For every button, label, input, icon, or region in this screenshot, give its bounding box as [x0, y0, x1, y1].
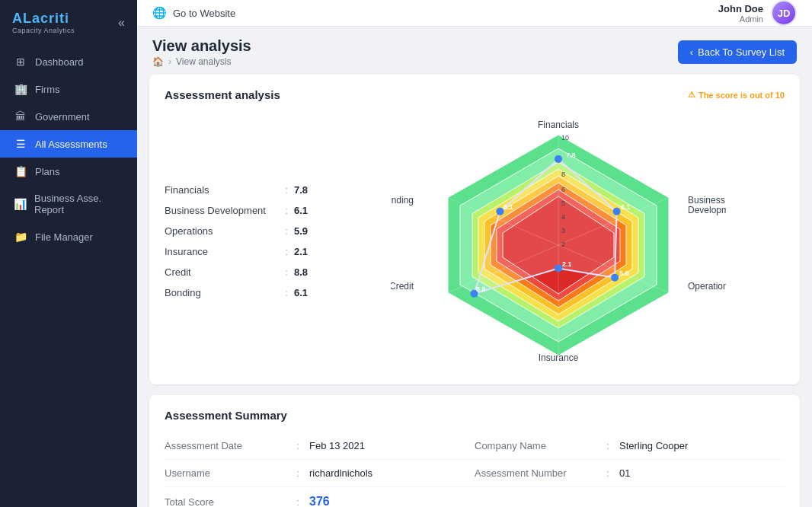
business-report-icon: 📊 — [14, 198, 27, 210]
sidebar-item-label: Business Asse. Report — [34, 193, 123, 215]
summary-grid: Assessment Date : Feb 13 2021 Company Na… — [165, 432, 785, 507]
website-link[interactable]: Go to Website — [173, 8, 235, 19]
sidebar-item-label: Dashboard — [35, 56, 84, 68]
value-credit: 8.8 — [476, 285, 486, 293]
radar-chart: Financials Business Development Operatio… — [391, 116, 726, 367]
user-name: John Doe — [718, 3, 763, 14]
analysis-layout: Financials : 7.8 Business Development : … — [165, 112, 785, 371]
score-note: ⚠ The score is out of 10 — [688, 90, 785, 100]
all-assessments-icon: ☰ — [14, 138, 27, 150]
page-header: View analysis 🏠 › View analysis ‹ Back T… — [137, 27, 812, 75]
topbar: 🌐 Go to Website John Doe Admin JD — [137, 0, 812, 27]
logo-sub: Capacity Analytics — [12, 27, 75, 34]
user-role: Admin — [718, 14, 763, 24]
summary-company-name: Company Name : Sterling Cooper — [475, 432, 785, 460]
page-title: View analysis — [152, 37, 251, 55]
scale-4: 4 — [561, 213, 565, 221]
sidebar-nav: ⊞ Dashboard 🏢 Firms 🏛 Government ☰ All A… — [0, 42, 137, 507]
metric-insurance: Insurance : 2.1 — [165, 241, 317, 262]
summary-assessment-date: Assessment Date : Feb 13 2021 — [165, 432, 475, 460]
sidebar-item-label: Plans — [35, 166, 60, 177]
scale-5: 5 — [561, 199, 565, 207]
topbar-right: John Doe Admin JD — [718, 0, 797, 26]
label-business-dev: Business — [688, 195, 725, 206]
firms-icon: 🏢 — [14, 83, 27, 95]
value-business-dev: 6.1 — [621, 203, 631, 211]
summary-card-title: Assessment Summary — [165, 409, 785, 422]
label-operations: Operations — [688, 281, 726, 292]
file-manager-icon: 📁 — [14, 231, 27, 243]
breadcrumb-current: View analysis — [176, 56, 231, 67]
sidebar-item-file-manager[interactable]: 📁 File Manager — [0, 223, 137, 250]
scale-3: 3 — [561, 227, 565, 234]
logo-text: ALacriti Capacity Analytics — [12, 11, 75, 34]
point-insurance — [555, 265, 562, 273]
page-header-left: View analysis 🏠 › View analysis — [152, 37, 251, 67]
topbar-left: 🌐 Go to Website — [152, 6, 235, 20]
point-business-dev — [613, 208, 621, 215]
metric-operations: Operations : 5.9 — [165, 221, 317, 241]
metric-business-dev: Business Development : 6.1 — [165, 200, 317, 221]
value-insurance: 2.1 — [562, 260, 572, 268]
assessment-analysis-card: Assessment analysis ⚠ The score is out o… — [149, 75, 800, 384]
plans-icon: 📋 — [14, 165, 27, 177]
back-to-survey-button[interactable]: ‹ Back To Survey List — [678, 40, 797, 64]
sidebar-item-dashboard[interactable]: ⊞ Dashboard — [0, 48, 137, 75]
card-title: Assessment analysis ⚠ The score is out o… — [165, 88, 785, 101]
label-business-dev2: Development — [688, 205, 726, 215]
sidebar-item-label: File Manager — [35, 231, 93, 243]
user-info: John Doe Admin — [718, 3, 763, 24]
point-financials — [555, 155, 562, 163]
sidebar-logo: ALacriti Capacity Analytics « — [0, 0, 137, 42]
value-bonding: 6.1 — [504, 203, 513, 211]
breadcrumb-separator: › — [168, 56, 171, 67]
label-bonding: Bonding — [391, 195, 414, 206]
metrics-list: Financials : 7.8 Business Development : … — [165, 180, 317, 303]
sidebar-item-plans[interactable]: 📋 Plans — [0, 158, 137, 185]
metric-credit: Credit : 8.8 — [165, 262, 317, 282]
sidebar-item-firms[interactable]: 🏢 Firms — [0, 75, 137, 103]
scale-2: 2 — [561, 241, 565, 248]
dashboard-icon: ⊞ — [14, 56, 27, 68]
label-credit: Credit — [391, 281, 414, 292]
point-operations — [611, 274, 619, 282]
breadcrumb: 🏠 › View analysis — [152, 56, 251, 67]
sidebar-item-business-report[interactable]: 📊 Business Asse. Report — [0, 185, 137, 223]
back-arrow-icon: ‹ — [690, 46, 693, 58]
scale-10: 10 — [561, 134, 569, 142]
summary-assessment-number: Assessment Number : 01 — [475, 460, 785, 487]
summary-username: Username : richardlnichols — [165, 460, 475, 487]
government-icon: 🏛 — [14, 110, 27, 123]
sidebar-item-label: Government — [35, 111, 90, 123]
sidebar-item-label: Firms — [35, 84, 60, 95]
assessment-summary-card: Assessment Summary Assessment Date : Feb… — [149, 395, 800, 507]
value-operations: 5.9 — [619, 269, 629, 277]
value-financials: 7.8 — [566, 151, 576, 159]
scale-8: 8 — [561, 171, 565, 178]
sidebar-item-government[interactable]: 🏛 Government — [0, 103, 137, 130]
summary-total-score: Total Score : 376 — [165, 487, 475, 507]
collapse-icon[interactable]: « — [118, 16, 125, 30]
main-content: 🌐 Go to Website John Doe Admin JD View a… — [137, 0, 812, 507]
breadcrumb-home-icon[interactable]: 🏠 — [152, 56, 164, 67]
globe-icon: 🌐 — [152, 6, 167, 20]
point-bonding — [496, 208, 504, 215]
radar-chart-container: Financials Business Development Operatio… — [332, 112, 785, 371]
logo-name: ALacriti — [12, 11, 75, 27]
scale-6: 6 — [561, 186, 565, 193]
sidebar-item-label: All Assessments — [35, 139, 107, 150]
label-financials: Financials — [538, 120, 579, 130]
metric-financials: Financials : 7.8 — [165, 180, 317, 200]
warning-icon: ⚠ — [688, 90, 695, 100]
sidebar-item-all-assessments[interactable]: ☰ All Assessments — [0, 130, 137, 158]
metric-bonding: Bonding : 6.1 — [165, 282, 317, 303]
avatar[interactable]: JD — [771, 0, 797, 26]
sidebar: ALacriti Capacity Analytics « ⊞ Dashboar… — [0, 0, 137, 507]
